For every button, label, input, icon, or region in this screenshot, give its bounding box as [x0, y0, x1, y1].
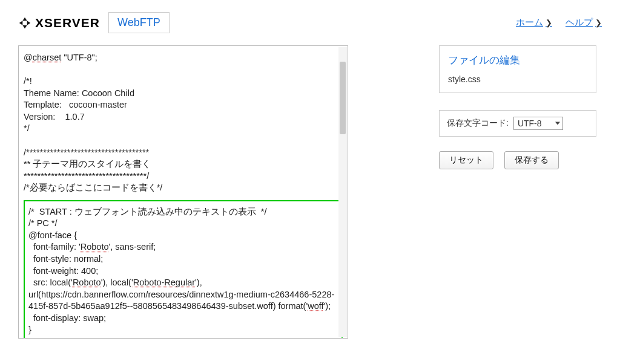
header-links: ホーム❯ ヘルプ❯ [516, 17, 602, 28]
encoding-select-value: UTF-8 [518, 119, 542, 128]
help-link[interactable]: ヘルプ❯ [566, 17, 602, 28]
home-link[interactable]: ホーム❯ [516, 17, 552, 28]
logo-icon [18, 16, 31, 30]
chevron-right-icon: ❯ [546, 18, 552, 27]
svg-marker-1 [19, 21, 22, 25]
sidebar-column: ファイルの編集 style.css 保存文字コード: UTF-8 リセット 保存… [439, 45, 596, 339]
brand-name: XSERVER [35, 16, 100, 30]
code-editor[interactable]: @charset "UTF-8"; /*! Theme Name: Cocoon… [18, 45, 348, 339]
highlighted-code-block: /* START : ウェブフォント読み込み中のテキストの表示 */ /* PC… [24, 200, 343, 339]
action-buttons: リセット 保存する [439, 151, 596, 169]
svg-marker-3 [22, 25, 27, 28]
encoding-label: 保存文字コード: [447, 118, 509, 129]
svg-marker-2 [27, 21, 30, 25]
reset-button[interactable]: リセット [439, 151, 493, 169]
content: @charset "UTF-8"; /*! Theme Name: Cocoon… [18, 45, 602, 339]
filename: style.css [448, 74, 587, 84]
logo: XSERVER [18, 16, 100, 30]
panel-title: ファイルの編集 [448, 53, 587, 67]
home-link-label: ホーム [516, 17, 543, 28]
header: XSERVER WebFTP ホーム❯ ヘルプ❯ [18, 12, 602, 33]
save-button[interactable]: 保存する [504, 151, 559, 169]
chevron-right-icon: ❯ [595, 18, 602, 27]
code-editor-content: @charset "UTF-8"; /*! Theme Name: Cocoon… [24, 52, 343, 339]
product-name: WebFTP [108, 12, 170, 33]
help-link-label: ヘルプ [566, 17, 593, 28]
encoding-select[interactable]: UTF-8 [513, 117, 563, 130]
file-edit-panel: ファイルの編集 style.css [439, 45, 596, 93]
scrollbar-track[interactable] [338, 47, 347, 337]
editor-column: @charset "UTF-8"; /*! Theme Name: Cocoon… [18, 45, 348, 339]
brand-area: XSERVER WebFTP [18, 12, 170, 33]
svg-marker-0 [22, 17, 27, 20]
encoding-row: 保存文字コード: UTF-8 [439, 110, 596, 137]
scrollbar-thumb[interactable] [340, 62, 346, 134]
